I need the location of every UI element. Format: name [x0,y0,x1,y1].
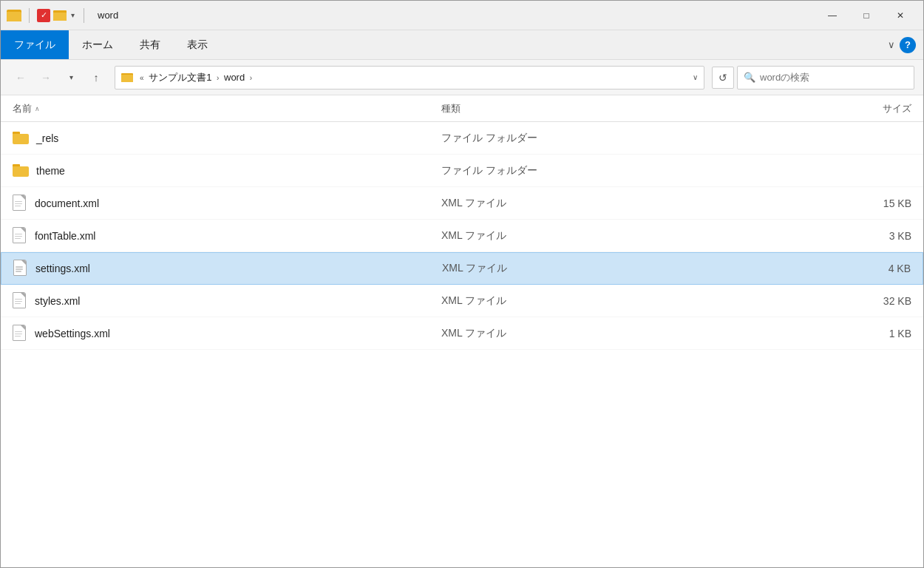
table-row[interactable]: theme ファイル フォルダー [1,155,923,187]
window-title: word [98,10,118,21]
folder-icon [13,164,29,177]
separator2 [84,8,84,23]
xml-file-icon [13,325,27,342]
file-type-cell: XML ファイル [441,327,823,340]
file-name-label: webSettings.xml [35,328,110,339]
menu-file[interactable]: ファイル [1,30,69,59]
file-type-cell: XML ファイル [442,262,822,275]
file-name-label: fontTable.xml [35,230,95,242]
quick-access-dropdown[interactable]: ▾ [69,10,76,21]
title-bar-icons: ✓ ▾ word [7,8,118,23]
back-button[interactable]: ← [10,67,32,89]
folder-icon-sm [53,10,67,21]
up-button[interactable]: ↑ [85,67,107,89]
address-folder-icon [121,73,133,82]
breadcrumb-samplemoji[interactable]: サンプル文書1 [149,72,214,83]
folder-icon [13,132,29,144]
file-name-cell: webSettings.xml [13,325,441,342]
address-bar[interactable]: « サンプル文書1 › word › ∨ [115,66,704,89]
column-type-header[interactable]: 種類 [441,102,823,115]
file-type-cell: XML ファイル [441,197,823,210]
file-name-label: theme [36,165,65,177]
file-name-cell: fontTable.xml [13,227,441,245]
file-size-cell: 32 KB [823,295,911,307]
breadcrumb-separator2: › [217,74,219,82]
file-name-cell: theme [13,164,441,177]
breadcrumb-separator1: « [140,74,144,82]
file-name-label: settings.xml [35,263,90,274]
title-bar: ✓ ▾ word — □ ✕ [1,1,923,30]
search-icon: 🔍 [744,72,755,83]
search-input[interactable] [760,72,908,83]
file-type-cell: ファイル フォルダー [441,132,823,145]
separator [29,8,30,23]
file-name-cell: _rels [13,132,441,144]
file-name-cell: settings.xml [13,260,442,277]
help-button[interactable]: ? [900,37,916,53]
address-dropdown-btn[interactable]: ∨ [693,73,698,81]
file-type-cell: ファイル フォルダー [441,164,823,178]
file-name-label: _rels [36,132,58,144]
file-type-cell: XML ファイル [441,294,823,308]
menu-bar: ファイル ホーム 共有 表示 ∨ ? [1,30,923,60]
file-name-cell: document.xml [13,195,441,212]
close-button[interactable]: ✕ [883,1,917,30]
column-size-header[interactable]: サイズ [823,102,911,115]
xml-file-icon [13,260,28,277]
table-row[interactable]: _rels ファイル フォルダー [1,122,923,155]
table-row[interactable]: fontTable.xml XML ファイル 3 KB [1,220,923,252]
menu-view[interactable]: 表示 [174,30,221,59]
file-type-cell: XML ファイル [441,229,823,243]
file-size-cell: 15 KB [823,197,911,209]
xml-file-icon [13,195,27,212]
menu-expand: ∨ ? [880,30,923,59]
file-list: _rels ファイル フォルダー theme ファイル フォルダー docume… [1,122,923,350]
toolbar: ← → ▾ ↑ « サンプル文書1 › word › ∨ ↺ 🔍 [1,60,923,95]
breadcrumb-word[interactable]: word [224,72,248,83]
xml-file-icon [13,292,27,310]
dropdown-button[interactable]: ▾ [60,67,82,89]
breadcrumb-separator3: › [250,74,252,82]
menu-share[interactable]: 共有 [126,30,174,59]
menu-home[interactable]: ホーム [69,30,126,59]
table-row[interactable]: document.xml XML ファイル 15 KB [1,187,923,220]
file-name-label: document.xml [35,197,99,209]
folder-icon [7,10,21,21]
file-size-cell: 3 KB [823,230,911,242]
table-row[interactable]: webSettings.xml XML ファイル 1 KB [1,317,923,350]
file-size-cell: 4 KB [822,263,911,274]
expand-icon[interactable]: ∨ [888,39,895,50]
column-name-label: 名前 [13,102,32,115]
search-bar[interactable]: 🔍 [737,66,914,89]
sort-arrow: ∧ [35,105,40,112]
file-list-header: 名前 ∧ 種類 サイズ [1,95,923,122]
file-size-cell: 1 KB [823,328,911,339]
table-row[interactable]: settings.xml XML ファイル 4 KB [1,252,923,285]
address-path: « サンプル文書1 › word › [137,71,688,84]
xml-file-icon [13,227,27,245]
column-name-header[interactable]: 名前 ∧ [13,102,441,115]
refresh-button[interactable]: ↺ [712,67,734,89]
forward-button[interactable]: → [35,67,57,89]
table-row[interactable]: styles.xml XML ファイル 32 KB [1,285,923,317]
file-name-label: styles.xml [35,295,80,307]
minimize-button[interactable]: — [815,1,849,30]
maximize-button[interactable]: □ [849,1,883,30]
window-controls: — □ ✕ [815,1,917,30]
checkmark-icon: ✓ [37,9,50,22]
file-name-cell: styles.xml [13,292,441,310]
